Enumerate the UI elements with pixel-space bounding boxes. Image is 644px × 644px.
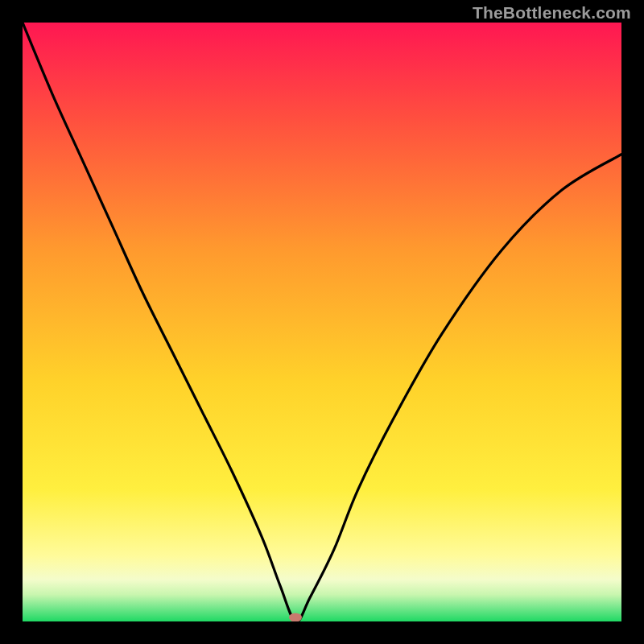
plot-area (23, 23, 621, 621)
optimum-marker (289, 613, 302, 621)
bottleneck-curve (23, 23, 621, 621)
chart-frame: TheBottleneck.com (0, 0, 644, 644)
watermark-text: TheBottleneck.com (473, 3, 631, 23)
